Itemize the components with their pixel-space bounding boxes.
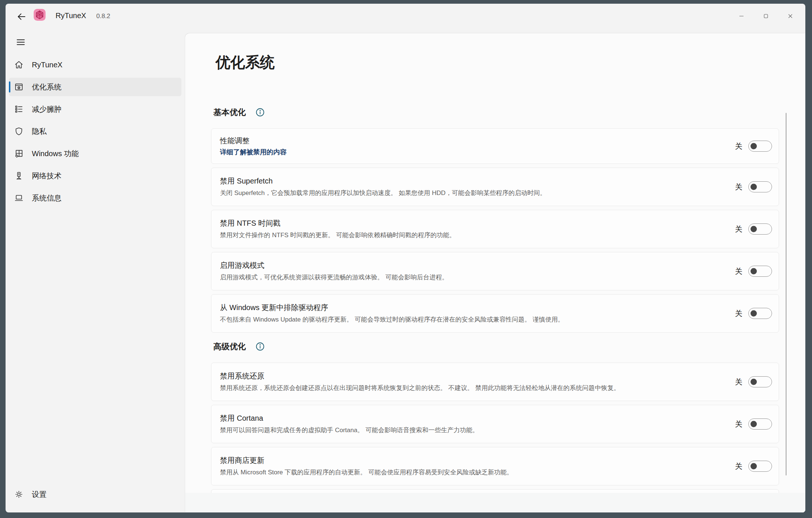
back-arrow-icon — [14, 11, 29, 22]
sidebar-item-network-tech[interactable]: 网络技术 — [9, 166, 181, 185]
selection-indicator — [9, 81, 10, 92]
toggle-knob — [751, 379, 757, 385]
setting-title: 禁用 NTFS 时间戳 — [220, 218, 708, 228]
learn-more-link[interactable]: 详细了解被禁用的内容 — [220, 148, 287, 157]
setting-card: 禁用 NTFS 时间戳禁用对文件操作的 NTFS 时间戳的更新。 可能会影响依赖… — [211, 210, 779, 248]
laptop-icon — [14, 193, 24, 203]
toggle-group: 关 — [735, 266, 772, 277]
toggle-group: 关 — [735, 223, 772, 235]
toggle-state-label: 关 — [735, 377, 742, 387]
sidebar-item-label: Windows 功能 — [32, 149, 79, 159]
shield-icon — [14, 127, 24, 136]
sidebar-footer: 设置 — [9, 485, 181, 507]
toggle-knob — [751, 268, 757, 275]
section-heading: 基本优化 — [213, 107, 246, 118]
sidebar-item-label: 系统信息 — [32, 193, 61, 203]
setting-card: 启用游戏模式启用游戏模式，可优化系统资源以获得更流畅的游戏体验。 可能会影响后台… — [211, 252, 779, 290]
sidebar-item-label: RyTuneX — [32, 61, 63, 69]
setting-description: 禁用从 Microsoft Store 下载的应用程序的自动更新。 可能会使应用… — [220, 468, 708, 477]
toggle-switch[interactable] — [748, 308, 772, 319]
setting-description: 禁用对文件操作的 NTFS 时间戳的更新。 可能会影响依赖精确时间戳的程序的功能… — [220, 231, 708, 240]
toggle-state-label: 关 — [735, 461, 742, 471]
task-list-icon — [14, 104, 24, 114]
minimize-icon — [738, 13, 745, 21]
setting-title: 启用游戏模式 — [220, 260, 708, 270]
sidebar-item-optimize-system[interactable]: 优化系统 — [9, 78, 181, 96]
toggle-group: 关 — [735, 418, 772, 430]
page-title: 优化系统 — [215, 52, 779, 73]
sidebar-item-label: 减少臃肿 — [32, 104, 61, 114]
toggle-knob — [751, 310, 757, 317]
toggle-knob — [751, 463, 757, 470]
section-header: 基本优化 — [213, 107, 779, 118]
window-controls — [729, 4, 802, 30]
close-button[interactable] — [778, 4, 802, 30]
sidebar-item-system-info[interactable]: 系统信息 — [9, 189, 181, 207]
toggle-knob — [751, 184, 757, 190]
setting-description: 启用游戏模式，可优化系统资源以获得更流畅的游戏体验。 可能会影响后台进程。 — [220, 273, 708, 282]
setting-title: 性能调整 — [220, 136, 708, 145]
sidebar-item-home[interactable]: RyTuneX — [9, 56, 181, 74]
maximize-icon — [762, 13, 769, 21]
toggle-switch[interactable] — [748, 461, 772, 472]
sidebar-item-label: 隐私 — [32, 127, 47, 137]
toggle-knob — [751, 143, 757, 149]
toggle-switch[interactable] — [748, 418, 772, 430]
sidebar-item-label: 设置 — [32, 490, 47, 500]
minimize-button[interactable] — [729, 4, 753, 30]
sidebar-item-label: 网络技术 — [32, 171, 61, 181]
content-clip-overlay — [185, 493, 805, 512]
setting-title: 禁用 Superfetch — [220, 176, 708, 186]
toggle-state-label: 关 — [735, 309, 742, 319]
toggle-group: 关 — [735, 308, 772, 319]
close-icon — [787, 13, 794, 21]
setting-description: 关闭 Superfetch，它会预加载常用的应用程序以加快启动速度。 如果您使用… — [220, 189, 708, 198]
info-icon[interactable] — [255, 342, 265, 351]
setting-card: 性能调整详细了解被禁用的内容关 — [211, 128, 779, 164]
toggle-state-label: 关 — [735, 141, 742, 151]
setting-card: 禁用 Cortana禁用可以回答问题和完成任务的虚拟助手 Cortana。 可能… — [211, 405, 779, 443]
back-button[interactable] — [14, 10, 29, 24]
window-frame: RyTuneX 0.8.2 RyTuneX优化系统减少臃肿隐私Windows 功… — [6, 4, 805, 512]
sidebar-item-debloat[interactable]: 减少臃肿 — [9, 100, 181, 118]
toggle-state-label: 关 — [735, 224, 742, 234]
toggle-group: 关 — [735, 461, 772, 472]
toggle-switch[interactable] — [748, 376, 772, 387]
section-heading: 高级优化 — [213, 341, 246, 352]
nav-menu-button[interactable] — [14, 36, 28, 49]
toggle-state-label: 关 — [735, 266, 742, 276]
settings-list: 优化系统 基本优化性能调整详细了解被禁用的内容关禁用 Superfetch关闭 … — [211, 33, 779, 512]
setting-title: 禁用 Cortana — [220, 413, 708, 423]
toggle-switch[interactable] — [748, 181, 772, 192]
gear-icon — [14, 490, 24, 499]
toggle-group: 关 — [735, 376, 772, 387]
sidebar-item-settings[interactable]: 设置 — [9, 485, 181, 504]
section-header: 高级优化 — [213, 341, 779, 352]
setting-card: 禁用 Superfetch关闭 Superfetch，它会预加载常用的应用程序以… — [211, 168, 779, 206]
setting-card: 从 Windows 更新中排除驱动程序不包括来自 Windows Update … — [211, 294, 779, 333]
setting-description: 禁用可以回答问题和完成任务的虚拟助手 Cortana。 可能会影响语音搜索和一些… — [220, 426, 708, 435]
sidebar: RyTuneX优化系统减少臃肿隐私Windows 功能网络技术系统信息 — [9, 56, 181, 211]
home-icon — [14, 60, 24, 70]
toggle-switch[interactable] — [748, 223, 772, 235]
setting-title: 禁用系统还原 — [220, 371, 708, 381]
setting-card: 禁用系统还原禁用系统还原，系统还原会创建还原点以在出现问题时将系统恢复到之前的状… — [211, 363, 779, 401]
toggle-switch[interactable] — [748, 266, 772, 277]
sidebar-item-label: 优化系统 — [32, 82, 61, 92]
info-icon[interactable] — [255, 108, 265, 117]
toggle-group: 关 — [735, 141, 772, 152]
toggle-switch[interactable] — [748, 141, 772, 152]
network-server-icon — [14, 171, 24, 181]
app-logo-icon — [33, 9, 46, 21]
maximize-button[interactable] — [753, 4, 778, 30]
toggle-state-label: 关 — [735, 182, 742, 192]
sidebar-item-privacy[interactable]: 隐私 — [9, 122, 181, 141]
sidebar-item-windows-features[interactable]: Windows 功能 — [9, 144, 181, 163]
feature-box-icon — [14, 149, 24, 158]
toggle-group: 关 — [735, 181, 772, 192]
toggle-state-label: 关 — [735, 419, 742, 429]
app-version: 0.8.2 — [96, 13, 110, 20]
setting-title: 从 Windows 更新中排除驱动程序 — [220, 303, 708, 312]
vertical-scrollbar[interactable] — [786, 113, 786, 475]
optimize-window-gear-icon — [14, 82, 24, 92]
